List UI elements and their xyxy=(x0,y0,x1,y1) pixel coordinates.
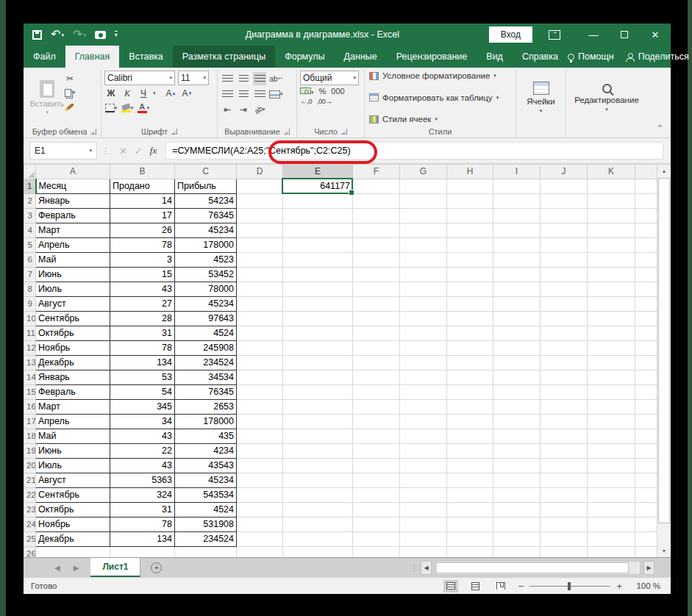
cell-C26[interactable] xyxy=(175,546,237,557)
cell-F4[interactable] xyxy=(353,223,400,237)
copy-button[interactable]: ▾ xyxy=(63,86,76,99)
cell-F14[interactable] xyxy=(353,370,400,384)
cell-A25[interactable]: Декабрь xyxy=(36,531,110,546)
cell-D4[interactable] xyxy=(237,223,283,237)
row-header-15[interactable]: 15 xyxy=(24,384,36,399)
cell-I1[interactable] xyxy=(493,179,541,193)
cell-C7[interactable]: 53452 xyxy=(175,267,237,282)
cell-D20[interactable] xyxy=(237,458,283,473)
cell-F19[interactable] xyxy=(353,443,400,458)
share-button[interactable]: Поделиться xyxy=(626,51,689,62)
cell-I23[interactable] xyxy=(493,502,541,517)
cell-K16[interactable] xyxy=(588,399,635,414)
cell-C16[interactable]: 2653 xyxy=(175,399,237,414)
cell-I3[interactable] xyxy=(493,208,541,223)
cell-F13[interactable] xyxy=(353,355,400,370)
cell-C20[interactable]: 43543 xyxy=(175,458,237,473)
cell-E25[interactable] xyxy=(283,531,353,546)
cell-K19[interactable] xyxy=(588,443,635,458)
column-header-A[interactable]: A xyxy=(36,165,110,179)
cell-B25[interactable]: 134 xyxy=(110,531,175,546)
cell-B13[interactable]: 134 xyxy=(110,355,175,370)
clipboard-dialog-launcher-icon[interactable] xyxy=(90,129,96,135)
cell-K20[interactable] xyxy=(588,458,635,473)
cell-G24[interactable] xyxy=(400,517,447,531)
cell-A5[interactable]: Апрель xyxy=(36,237,110,252)
cell-A26[interactable] xyxy=(36,546,110,557)
cell-B4[interactable]: 26 xyxy=(110,223,175,237)
cell-F2[interactable] xyxy=(353,193,400,208)
row-header-2[interactable]: 2 xyxy=(24,193,36,208)
increase-indent-button[interactable]: ⇥ xyxy=(237,103,250,116)
cell-H10[interactable] xyxy=(447,311,493,326)
cell-B18[interactable]: 43 xyxy=(110,429,175,443)
cell-C25[interactable]: 234524 xyxy=(175,531,237,546)
cell-H14[interactable] xyxy=(447,370,493,384)
cell-B23[interactable]: 31 xyxy=(110,502,175,517)
cell-C5[interactable]: 178000 xyxy=(175,237,237,252)
cell-C22[interactable]: 543534 xyxy=(175,487,237,502)
cell-F26[interactable] xyxy=(353,546,400,557)
accounting-format-button[interactable]: ▾ xyxy=(300,87,314,96)
cell-B11[interactable]: 31 xyxy=(110,326,175,340)
row-header-21[interactable]: 21 xyxy=(24,473,36,487)
cell-I14[interactable] xyxy=(493,370,541,384)
cell-H15[interactable] xyxy=(447,384,493,399)
align-middle-button[interactable] xyxy=(237,72,250,85)
row-header-6[interactable]: 6 xyxy=(24,252,36,267)
row-header-18[interactable]: 18 xyxy=(24,429,36,443)
cell-C11[interactable]: 4524 xyxy=(175,326,237,340)
formula-input[interactable]: =СУММЕСЛИ(A2:A25;"Сентябрь";C2:C25) xyxy=(165,142,663,160)
column-header-K[interactable]: K xyxy=(588,165,635,179)
cell-K10[interactable] xyxy=(588,311,635,326)
cell-H25[interactable] xyxy=(447,531,493,546)
alignment-dialog-launcher-icon[interactable] xyxy=(284,129,290,135)
cell-D14[interactable] xyxy=(237,370,283,384)
align-center-button[interactable] xyxy=(237,87,250,101)
row-header-16[interactable]: 16 xyxy=(24,399,36,414)
cell-K15[interactable] xyxy=(588,384,635,399)
conditional-formatting-button[interactable]: Условное форматирование▾ xyxy=(369,71,511,80)
cell-H7[interactable] xyxy=(447,267,493,282)
cell-H3[interactable] xyxy=(447,208,493,223)
minimize-button[interactable]: — xyxy=(578,29,609,40)
cell-D18[interactable] xyxy=(237,429,283,443)
cell-B10[interactable]: 28 xyxy=(110,311,175,326)
cell-A8[interactable]: Июль xyxy=(36,282,110,296)
page-break-view-button[interactable] xyxy=(493,580,508,592)
sheet-tab-list1[interactable]: Лист1 xyxy=(90,558,140,577)
increase-decimal-button[interactable]: ←,0 xyxy=(300,97,312,105)
cell-A9[interactable]: Август xyxy=(36,296,110,311)
cell-K13[interactable] xyxy=(588,355,635,370)
sign-in-button[interactable]: Вход xyxy=(489,26,532,43)
cell-J26[interactable] xyxy=(541,546,588,557)
cell-K24[interactable] xyxy=(588,517,635,531)
cell-E20[interactable] xyxy=(283,458,353,473)
grow-font-button[interactable]: A▲ xyxy=(165,87,178,100)
cell-K1[interactable] xyxy=(588,179,635,193)
cell-E10[interactable] xyxy=(283,311,353,326)
cell-J2[interactable] xyxy=(541,193,588,208)
cell-J17[interactable] xyxy=(541,414,588,429)
cell-H1[interactable] xyxy=(447,179,493,193)
row-header-3[interactable]: 3 xyxy=(24,208,36,223)
cell-B20[interactable]: 43 xyxy=(110,458,175,473)
cell-C18[interactable]: 435 xyxy=(175,429,237,443)
cell-styles-button[interactable]: Стили ячеек▾ xyxy=(369,115,511,123)
cell-K22[interactable] xyxy=(588,487,635,502)
cell-H19[interactable] xyxy=(447,443,493,458)
cell-H12[interactable] xyxy=(447,340,493,355)
cell-G17[interactable] xyxy=(400,414,447,429)
cell-D1[interactable] xyxy=(237,179,283,193)
cell-A13[interactable]: Декабрь xyxy=(36,355,110,370)
cell-E22[interactable] xyxy=(283,487,353,502)
cell-K23[interactable] xyxy=(588,502,635,517)
cell-F6[interactable] xyxy=(353,252,400,267)
cell-C3[interactable]: 76345 xyxy=(175,208,237,223)
camera-icon[interactable] xyxy=(95,31,106,39)
cell-J4[interactable] xyxy=(541,223,588,237)
cell-F10[interactable] xyxy=(353,311,400,326)
cell-G20[interactable] xyxy=(400,458,447,473)
cell-C4[interactable]: 45234 xyxy=(175,223,237,237)
cell-A3[interactable]: Февраль xyxy=(36,208,110,223)
